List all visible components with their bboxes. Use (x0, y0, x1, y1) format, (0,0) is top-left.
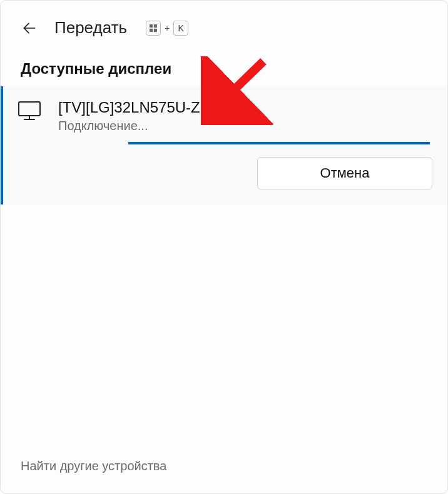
svg-rect-1 (154, 24, 157, 28)
device-item[interactable]: [TV][LG]32LN575U-ZE Подключение... Отмен… (1, 86, 447, 204)
progress-bar (128, 142, 430, 144)
device-name: [TV][LG]32LN575U-ZE (58, 99, 432, 116)
windows-key-icon (146, 21, 161, 36)
cancel-button[interactable]: Отмена (257, 157, 432, 189)
find-other-devices-link[interactable]: Найти другие устройства (1, 459, 447, 493)
arrow-left-icon (21, 20, 38, 36)
k-key: K (173, 21, 188, 36)
page-title: Передать (54, 18, 127, 38)
device-status: Подключение... (58, 119, 432, 133)
svg-rect-2 (150, 28, 153, 31)
svg-rect-5 (19, 102, 40, 116)
back-button[interactable] (21, 19, 38, 37)
svg-rect-0 (150, 24, 153, 28)
header: Передать + K (1, 1, 447, 49)
progress-fill (128, 142, 430, 144)
section-title: Доступные дисплеи (1, 49, 447, 86)
spacer (1, 204, 447, 459)
svg-rect-3 (154, 28, 157, 31)
plus-icon: + (165, 23, 170, 33)
shortcut-hint: + K (146, 21, 188, 36)
monitor-icon (18, 101, 41, 120)
